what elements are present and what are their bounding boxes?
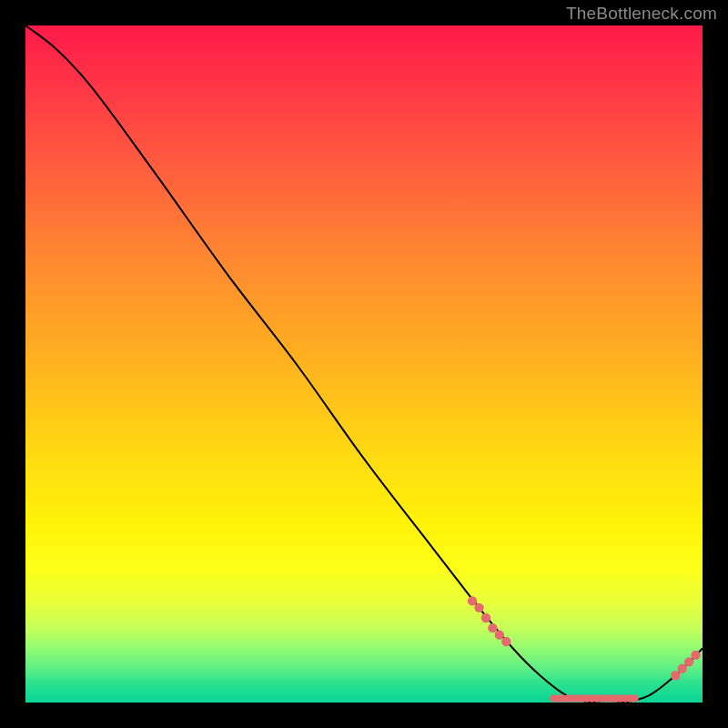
valley-markers xyxy=(550,694,639,702)
flank-dot xyxy=(684,657,693,666)
flank-dot xyxy=(488,623,497,632)
flank-dot xyxy=(677,664,686,673)
flank-dot xyxy=(495,630,504,639)
flank-dot xyxy=(671,671,680,680)
flank-dot xyxy=(691,651,700,660)
watermark-text: TheBottleneck.com xyxy=(566,4,717,24)
flank-dot xyxy=(501,637,511,646)
curve-path xyxy=(25,25,703,703)
flank-dot xyxy=(474,603,483,612)
flank-dot xyxy=(481,613,490,622)
chart-container: TheBottleneck.com xyxy=(0,0,728,728)
valley-dot xyxy=(631,694,638,702)
chart-overlay xyxy=(25,25,703,703)
flank-dot xyxy=(468,596,477,605)
bottleneck-curve xyxy=(25,25,703,703)
